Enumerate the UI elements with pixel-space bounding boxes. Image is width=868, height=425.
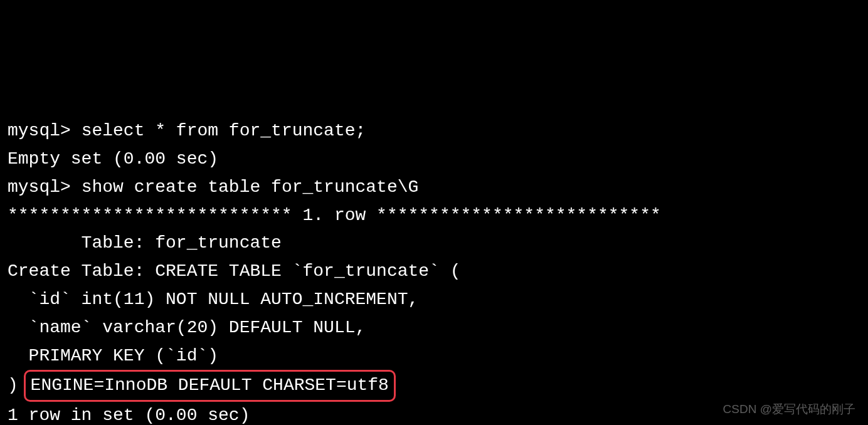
- row-separator: *************************** 1. row *****…: [8, 202, 860, 230]
- table-name-line: Table: for_truncate: [8, 229, 860, 258]
- create-table-line-5: ) ENGINE=InnoDB DEFAULT CHARSET=utf8: [8, 370, 860, 402]
- watermark-text: CSDN @爱写代码的刚子: [723, 400, 855, 419]
- command-line-2: mysql> show create table for_truncate\G: [8, 174, 860, 202]
- create-table-line-4: PRIMARY KEY (`id`): [8, 342, 860, 370]
- create-table-line-3: `name` varchar(20) DEFAULT NULL,: [8, 314, 860, 342]
- sql-query-2: show create table for_truncate\G: [82, 177, 419, 197]
- command-line-1: mysql> select * from for_truncate;: [8, 117, 860, 145]
- result-1: Empty set (0.00 sec): [8, 145, 860, 174]
- engine-charset-highlight: ENGINE=InnoDB DEFAULT CHARSET=utf8: [24, 370, 396, 402]
- create-table-line-2: `id` int(11) NOT NULL AUTO_INCREMENT,: [8, 286, 860, 314]
- sql-query-1: select * from for_truncate;: [82, 121, 366, 140]
- create-table-line-1: Create Table: CREATE TABLE `for_truncate…: [8, 258, 860, 286]
- prompt: mysql>: [8, 121, 82, 140]
- prompt: mysql>: [8, 177, 82, 197]
